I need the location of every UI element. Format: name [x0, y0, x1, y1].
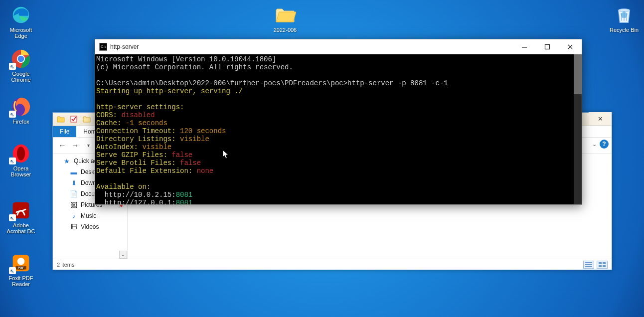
nav-back-button[interactable]: ←	[57, 140, 68, 151]
terminal-body[interactable]: Microsoft Windows [Version 10.0.19044.18…	[95, 54, 582, 204]
term-line: (c) Microsoft Corporation. All rights re…	[96, 63, 581, 71]
minimize-button[interactable]	[513, 39, 536, 54]
svg-rect-16	[585, 266, 592, 267]
new-folder-icon[interactable]	[82, 114, 92, 124]
term-setting-line: AutoIndex: visible	[96, 143, 581, 151]
pictures-icon: 🖼	[70, 201, 78, 209]
svg-rect-18	[603, 262, 606, 264]
nav-recent-dropdown[interactable]: ▾	[83, 140, 94, 151]
terminal-title: http-server	[110, 43, 139, 51]
term-setting-line: CORS: disabled	[96, 111, 581, 119]
desktop-icon-label: OperaBrowser	[11, 165, 31, 177]
videos-icon: 🎞	[70, 223, 78, 231]
term-setting-line: Cache: -1 seconds	[96, 119, 581, 127]
sidebar-scroll-down-icon[interactable]: ⌄	[119, 251, 127, 259]
desktop-icon-label: GoogleChrome	[11, 71, 30, 83]
svg-point-6	[17, 147, 25, 160]
shortcut-overlay-icon	[9, 63, 16, 70]
term-line: Available on:	[96, 183, 581, 191]
term-setting-line: Default File Extension: none	[96, 167, 581, 175]
view-large-icons-button[interactable]	[597, 261, 608, 269]
tab-file[interactable]: File	[53, 126, 76, 137]
svg-rect-15	[585, 264, 592, 265]
term-url-line: http://127.0.0.1:8081	[96, 199, 581, 204]
help-icon[interactable]: ?	[600, 140, 609, 149]
shortcut-overlay-icon	[9, 214, 16, 221]
close-button[interactable]	[559, 39, 582, 54]
nav-forward-button[interactable]: →	[70, 140, 81, 151]
properties-icon[interactable]	[69, 114, 79, 124]
term-setting-line: Serve GZIP Files: false	[96, 151, 581, 159]
music-icon: ♪	[70, 212, 78, 220]
download-icon: ⬇	[70, 179, 78, 187]
desktop-icon-label: Foxit PDFReader	[9, 275, 33, 287]
term-prompt-line: C:\Users\admin\Desktop\2022-006\further-…	[96, 79, 581, 87]
term-line-blank	[96, 95, 581, 103]
terminal-window[interactable]: C:\ http-server Microsoft Windows [Versi…	[95, 39, 582, 205]
terminal-scrollbar[interactable]	[574, 54, 582, 204]
svg-rect-20	[603, 265, 606, 267]
documents-icon: 📄	[70, 190, 78, 198]
sidebar-item-videos[interactable]: 🎞 Videos	[53, 221, 127, 232]
status-item-count: 2 items	[57, 262, 74, 268]
shortcut-overlay-icon	[9, 158, 16, 164]
term-line: http-server settings:	[96, 103, 581, 111]
svg-rect-14	[585, 262, 592, 263]
desktop-icon-label: Recycle Bin	[610, 27, 639, 33]
explorer-status-bar: 2 items	[53, 259, 612, 270]
desktop-icon-label: 2022-006	[274, 27, 297, 33]
svg-rect-19	[599, 265, 602, 267]
desktop-icon-edge[interactable]: MicrosoftEdge	[2, 4, 40, 39]
explorer-close-button[interactable]: ✕	[589, 112, 612, 125]
sidebar-item-label: Music	[81, 212, 96, 219]
term-setting-line: Connection Timeout: 120 seconds	[96, 127, 581, 135]
term-line-blank	[96, 175, 581, 183]
svg-rect-22	[545, 44, 550, 49]
term-url-line: http://10.0.2.15:8081	[96, 191, 581, 199]
svg-point-9	[17, 258, 25, 265]
svg-rect-21	[522, 47, 527, 48]
terminal-titlebar[interactable]: C:\ http-server	[95, 39, 582, 54]
desktop-icon-label: Firefox	[12, 119, 29, 125]
term-setting-line: Directory Listings: visible	[96, 135, 581, 143]
folder-icon	[274, 4, 296, 26]
addr-chevron-icon[interactable]: ⌄	[592, 141, 597, 148]
desktop-icon-chrome[interactable]: GoogleChrome	[2, 48, 40, 83]
scrollbar-thumb[interactable]	[574, 54, 582, 94]
star-icon: ★	[63, 157, 71, 165]
desktop-recycle-bin[interactable]: Recycle Bin	[605, 4, 643, 33]
desktop-icon-foxit[interactable]: PDF Foxit PDFReader	[2, 252, 40, 287]
svg-text:PDF: PDF	[18, 266, 24, 270]
desktop-icon-label: MicrosoftEdge	[10, 27, 32, 39]
svg-point-3	[18, 56, 24, 62]
desktop-icon-opera[interactable]: OperaBrowser	[2, 143, 40, 177]
term-line: Starting up http-server, serving ./	[96, 87, 581, 95]
sidebar-item-label: Videos	[81, 223, 99, 230]
recycle-bin-icon	[613, 4, 635, 26]
desktop-icon-firefox[interactable]: Firefox	[2, 96, 40, 125]
desktop-icon-label: AdobeAcrobat DC	[7, 222, 35, 234]
shortcut-overlay-icon	[9, 267, 16, 274]
term-line-blank	[96, 71, 581, 79]
cmd-icon: C:\	[99, 43, 107, 51]
edge-icon	[10, 4, 32, 26]
shortcut-overlay-icon	[9, 111, 16, 118]
desktop-folder-2022-006[interactable]: 2022-006	[266, 4, 304, 33]
maximize-button[interactable]	[536, 39, 559, 54]
term-line: Microsoft Windows [Version 10.0.19044.18…	[96, 55, 581, 63]
folder-small-icon[interactable]	[56, 114, 66, 124]
view-details-button[interactable]	[583, 261, 594, 269]
desktop-icon: ▬	[70, 168, 78, 176]
svg-rect-17	[599, 262, 602, 264]
term-setting-line: Serve Brotli Files: false	[96, 159, 581, 167]
sidebar-item-music[interactable]: ♪ Music	[53, 210, 127, 221]
desktop-icon-acrobat[interactable]: AdobeAcrobat DC	[2, 199, 40, 234]
